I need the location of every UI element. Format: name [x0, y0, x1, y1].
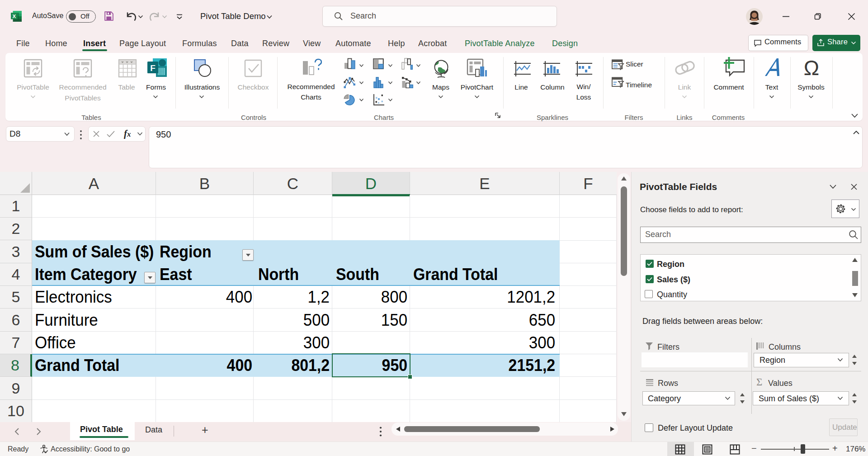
svg-text:X: X [12, 14, 16, 19]
svg-text:F: F [150, 63, 156, 73]
